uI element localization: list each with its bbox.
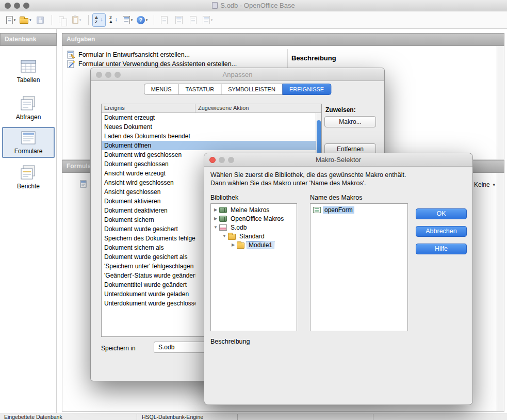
event-cell: Dokument deaktivieren: [102, 206, 195, 215]
action-cell: [195, 113, 316, 122]
event-cell: Dokument aktivieren: [102, 197, 195, 206]
tree-item-standard[interactable]: ▼Standard: [211, 232, 297, 240]
event-cell: Dokument wird geschlossen: [102, 150, 195, 159]
tasks-scrollbar[interactable]: [497, 46, 504, 159]
help-button[interactable]: ▾: [136, 13, 149, 27]
macro-icon: [313, 207, 321, 213]
event-cell: Dokument sichern als: [102, 243, 195, 252]
folder-icon: [237, 243, 244, 249]
paste-icon: [72, 16, 78, 24]
collapse-triangle-icon[interactable]: ▼: [221, 234, 227, 238]
task-create-form-design[interactable]: Formular in Entwurfsansicht erstellen...: [67, 51, 190, 59]
sidebar-item-abfragen[interactable]: Abfragen: [2, 93, 55, 124]
tab-tastatur[interactable]: TASTATUR: [178, 84, 222, 95]
collapse-triangle-icon[interactable]: ▼: [212, 225, 219, 230]
expand-triangle-icon[interactable]: ▶: [212, 207, 219, 212]
sort-descending-button[interactable]: [107, 13, 120, 27]
save-button: [34, 13, 47, 27]
new-form-button[interactable]: ▾: [121, 13, 135, 27]
action-cell: [195, 122, 316, 132]
zoom-button[interactable]: [228, 157, 234, 163]
task-label: Formular in Entwurfsansicht erstellen...: [78, 51, 190, 58]
tab-menüs[interactable]: MENÜS: [144, 84, 179, 95]
dropdown-caret-icon: ▾: [211, 18, 213, 22]
event-cell: Dokument wurde gesichert als: [102, 252, 195, 262]
event-cell: Dokument öffnen: [102, 141, 195, 150]
anpassen-titlebar: Anpassen: [91, 68, 384, 81]
zoom-button[interactable]: [115, 72, 121, 78]
sort-ascending-button[interactable]: [92, 13, 106, 27]
scrollbar-thumb[interactable]: [317, 120, 321, 157]
queries-icon: [17, 95, 40, 112]
tab-symbolleisten[interactable]: SYMBOLLEISTEN: [221, 84, 283, 95]
chevron-down-icon: ▼: [492, 183, 496, 187]
tree-item-module1[interactable]: ▶Module1: [211, 240, 297, 249]
toolbar-separator: [88, 15, 89, 25]
anpassen-tabs: MENÜSTASTATURSYMBOLLEISTENEREIGNISSE: [144, 84, 331, 95]
control-wizards-button: [187, 13, 200, 27]
event-cell: Dokumenttitel wurde geändert: [102, 280, 195, 289]
tree-item-s-odb[interactable]: ▼S.odb: [211, 223, 297, 232]
toolbar-separator: [52, 15, 52, 25]
save-icon: [37, 17, 44, 24]
event-cell: Dokument geschlossen: [102, 159, 195, 169]
sidebar-item-label: Abfragen: [2, 114, 55, 121]
forms-scrollbar[interactable]: [497, 173, 504, 411]
toolbar-separator: [154, 15, 154, 25]
task-label: Formular unter Verwendung des Assistente…: [78, 60, 237, 68]
event-cell: 'Geändert'-Status wurde geändert: [102, 271, 195, 280]
close-button[interactable]: [96, 72, 102, 78]
window-titlebar: S.odb - OpenOffice Base: [0, 0, 507, 11]
tree-item-meine-makros[interactable]: ▶Meine Makros: [211, 205, 297, 214]
event-row-neues-dokument[interactable]: Neues Dokument: [102, 122, 316, 132]
sidebar-item-label: Berichte: [2, 183, 55, 190]
expand-triangle-icon[interactable]: ▶: [212, 216, 219, 221]
action-cell: [195, 141, 316, 150]
sidebar-item-berichte[interactable]: Berichte: [2, 162, 55, 193]
tab-ereignisse[interactable]: EREIGNISSE: [282, 84, 331, 95]
macro-button[interactable]: Makro...: [324, 116, 376, 127]
save-in-label: Speichern in: [101, 345, 136, 352]
event-row-dokument-öffnen[interactable]: Dokument öffnen: [102, 141, 316, 150]
design-mode-button: [172, 13, 186, 27]
open-document-icon: [20, 18, 28, 24]
close-button[interactable]: [209, 157, 216, 163]
tree-item-openoffice-makros[interactable]: ▶OpenOffice Makros: [211, 214, 297, 223]
task-create-form-wizard[interactable]: Formular unter Verwendung des Assistente…: [67, 60, 237, 68]
tree-item-label: OpenOffice Makros: [229, 215, 285, 222]
sidebar-item-tabellen[interactable]: Tabellen: [2, 56, 55, 87]
events-table-header: Ereignis Zugewiesene Aktion: [102, 104, 321, 113]
minimize-button[interactable]: [105, 72, 111, 78]
sidebar-item-formulare[interactable]: Formulare: [2, 127, 55, 158]
macro-item-label: openForm: [323, 206, 354, 214]
macro-selector-title: Makro-Selektor: [204, 153, 472, 167]
form-navigator-icon: [161, 16, 168, 24]
event-cell: Neues Dokument: [102, 122, 195, 132]
macro-selector-titlebar: Makro-Selektor: [204, 153, 472, 167]
event-row-laden-des-dokuments-beendet[interactable]: Laden des Dokuments beendet: [102, 132, 316, 141]
expand-triangle-icon[interactable]: ▶: [230, 243, 236, 247]
event-cell: Laden des Dokuments beendet: [102, 132, 195, 141]
column-header-event[interactable]: Ereignis: [102, 104, 195, 112]
statusbar: Eingebettete Datenbank HSQL-Datenbank-En…: [0, 413, 507, 420]
macro-item-openform[interactable]: openForm: [310, 205, 407, 215]
control-wizards-icon: [190, 16, 197, 24]
sort-dropdown[interactable]: Keine ▼: [474, 181, 496, 188]
event-cell: Ansicht wird geschlossen: [102, 178, 195, 187]
column-header-action[interactable]: Zugewiesene Aktion: [195, 104, 321, 112]
open-document-button[interactable]: ▾: [19, 13, 32, 27]
sort-ascending-icon: [94, 15, 103, 24]
new-document-button[interactable]: ▾: [4, 13, 18, 27]
tasks-header: Aufgaben: [62, 33, 504, 46]
macro-selector-description: Wählen Sie zuerst die Bibliothek, die da…: [210, 171, 418, 188]
statusbar-divider: [373, 414, 373, 420]
ok-button[interactable]: OK: [416, 208, 467, 219]
event-row-dokument-erzeugt[interactable]: Dokument erzeugt: [102, 113, 316, 122]
sidebar-header: Datenbank: [0, 33, 57, 46]
tree-item-label: S.odb: [229, 224, 248, 231]
minimize-button[interactable]: [219, 157, 225, 163]
dropdown-caret-icon: ▾: [14, 18, 16, 22]
help-button[interactable]: Hilfe: [416, 244, 467, 254]
reports-icon: [17, 164, 40, 182]
cancel-button[interactable]: Abbrechen: [416, 226, 467, 237]
